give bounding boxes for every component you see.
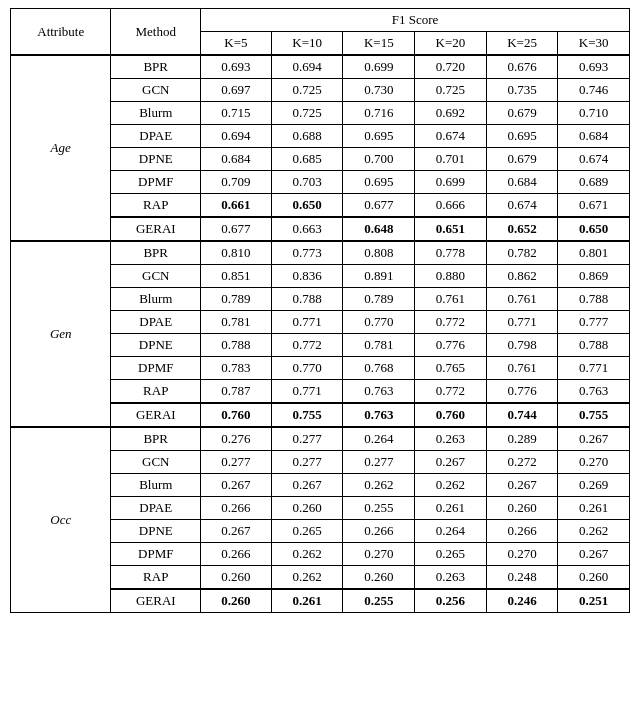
- results-table: Attribute Method F1 Score K=5K=10K=15K=2…: [10, 8, 630, 613]
- value-cell: 0.267: [201, 520, 272, 543]
- method-cell: GERAI: [111, 403, 201, 427]
- value-cell: 0.684: [558, 125, 630, 148]
- value-cell: 0.701: [415, 148, 487, 171]
- value-cell: 0.699: [415, 171, 487, 194]
- value-cell: 0.781: [343, 334, 415, 357]
- value-cell: 0.261: [558, 497, 630, 520]
- value-cell: 0.770: [271, 357, 343, 380]
- value-cell: 0.270: [558, 451, 630, 474]
- value-cell: 0.789: [343, 288, 415, 311]
- method-cell: DPMF: [111, 357, 201, 380]
- value-cell: 0.783: [201, 357, 272, 380]
- value-cell: 0.688: [271, 125, 343, 148]
- value-cell: 0.755: [558, 403, 630, 427]
- value-cell: 0.789: [201, 288, 272, 311]
- value-cell: 0.760: [201, 403, 272, 427]
- value-cell: 0.725: [415, 79, 487, 102]
- method-cell: RAP: [111, 566, 201, 590]
- value-cell: 0.261: [415, 497, 487, 520]
- value-cell: 0.262: [271, 543, 343, 566]
- value-cell: 0.663: [271, 217, 343, 241]
- value-cell: 0.650: [271, 194, 343, 218]
- value-cell: 0.778: [415, 241, 487, 265]
- value-cell: 0.720: [415, 55, 487, 79]
- method-cell: DPNE: [111, 148, 201, 171]
- value-cell: 0.266: [343, 520, 415, 543]
- value-cell: 0.776: [486, 380, 558, 404]
- value-cell: 0.730: [343, 79, 415, 102]
- value-cell: 0.267: [486, 474, 558, 497]
- table-container: Attribute Method F1 Score K=5K=10K=15K=2…: [10, 8, 630, 613]
- attribute-cell: Occ: [11, 427, 111, 613]
- attribute-header: Attribute: [11, 9, 111, 56]
- value-cell: 0.266: [201, 543, 272, 566]
- value-cell: 0.260: [343, 566, 415, 590]
- value-cell: 0.266: [201, 497, 272, 520]
- method-cell: GERAI: [111, 589, 201, 613]
- k-header: K=25: [486, 32, 558, 56]
- value-cell: 0.677: [343, 194, 415, 218]
- value-cell: 0.255: [343, 589, 415, 613]
- value-cell: 0.782: [486, 241, 558, 265]
- value-cell: 0.260: [201, 566, 272, 590]
- value-cell: 0.262: [343, 474, 415, 497]
- value-cell: 0.676: [486, 55, 558, 79]
- value-cell: 0.772: [415, 311, 487, 334]
- method-cell: DPNE: [111, 334, 201, 357]
- method-cell: DPNE: [111, 520, 201, 543]
- table-row: OccBPR0.2760.2770.2640.2630.2890.267: [11, 427, 630, 451]
- value-cell: 0.264: [415, 520, 487, 543]
- value-cell: 0.710: [558, 102, 630, 125]
- value-cell: 0.651: [415, 217, 487, 241]
- value-cell: 0.276: [201, 427, 272, 451]
- value-cell: 0.776: [415, 334, 487, 357]
- value-cell: 0.772: [415, 380, 487, 404]
- method-cell: DPAE: [111, 125, 201, 148]
- value-cell: 0.771: [271, 380, 343, 404]
- method-cell: Blurm: [111, 288, 201, 311]
- value-cell: 0.262: [415, 474, 487, 497]
- k-header: K=15: [343, 32, 415, 56]
- value-cell: 0.773: [271, 241, 343, 265]
- value-cell: 0.263: [415, 566, 487, 590]
- method-cell: RAP: [111, 380, 201, 404]
- attribute-cell: Age: [11, 55, 111, 241]
- value-cell: 0.869: [558, 265, 630, 288]
- value-cell: 0.679: [486, 148, 558, 171]
- value-cell: 0.768: [343, 357, 415, 380]
- header-row-1: Attribute Method F1 Score: [11, 9, 630, 32]
- value-cell: 0.256: [415, 589, 487, 613]
- value-cell: 0.788: [558, 334, 630, 357]
- value-cell: 0.836: [271, 265, 343, 288]
- value-cell: 0.246: [486, 589, 558, 613]
- method-cell: Blurm: [111, 102, 201, 125]
- method-cell: Blurm: [111, 474, 201, 497]
- value-cell: 0.674: [558, 148, 630, 171]
- method-cell: DPAE: [111, 497, 201, 520]
- value-cell: 0.270: [343, 543, 415, 566]
- method-header: Method: [111, 9, 201, 56]
- value-cell: 0.674: [415, 125, 487, 148]
- value-cell: 0.771: [558, 357, 630, 380]
- value-cell: 0.761: [486, 288, 558, 311]
- method-cell: GCN: [111, 79, 201, 102]
- value-cell: 0.761: [486, 357, 558, 380]
- value-cell: 0.725: [271, 102, 343, 125]
- value-cell: 0.709: [201, 171, 272, 194]
- value-cell: 0.267: [558, 543, 630, 566]
- value-cell: 0.262: [271, 566, 343, 590]
- value-cell: 0.760: [415, 403, 487, 427]
- value-cell: 0.693: [558, 55, 630, 79]
- value-cell: 0.265: [415, 543, 487, 566]
- method-cell: DPAE: [111, 311, 201, 334]
- value-cell: 0.684: [201, 148, 272, 171]
- value-cell: 0.695: [343, 171, 415, 194]
- method-cell: DPMF: [111, 543, 201, 566]
- value-cell: 0.272: [486, 451, 558, 474]
- value-cell: 0.269: [558, 474, 630, 497]
- method-cell: DPMF: [111, 171, 201, 194]
- value-cell: 0.265: [271, 520, 343, 543]
- value-cell: 0.880: [415, 265, 487, 288]
- k-header: K=10: [271, 32, 343, 56]
- value-cell: 0.798: [486, 334, 558, 357]
